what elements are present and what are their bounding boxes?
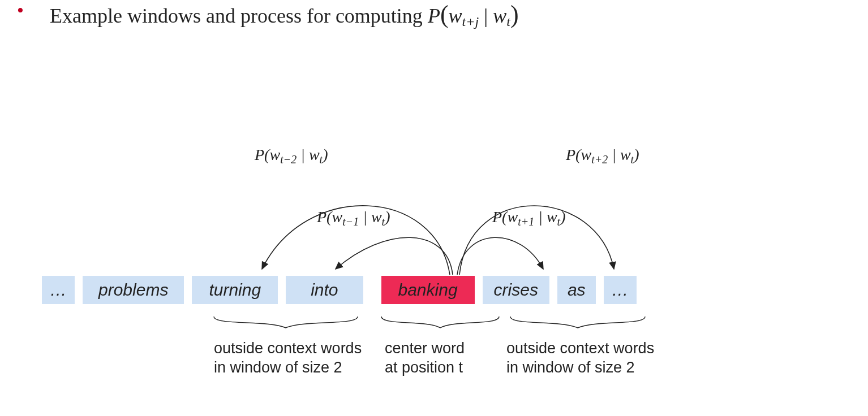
label-right: outside context wordsin window of size 2 xyxy=(506,339,654,378)
label-left: outside context wordsin window of size 2 xyxy=(214,339,362,378)
prob-t+1: P(wt+1 | wt) xyxy=(492,208,565,226)
label-center: center wordat position t xyxy=(385,339,465,378)
prob-t+2: P(wt+2 | wt) xyxy=(566,146,639,164)
prob-t-2: P(wt−2 | wt) xyxy=(255,146,328,164)
skipgram-diagram: • Example windows and process for comput… xyxy=(0,0,868,416)
prob-t-1: P(wt−1 | wt) xyxy=(317,208,390,226)
